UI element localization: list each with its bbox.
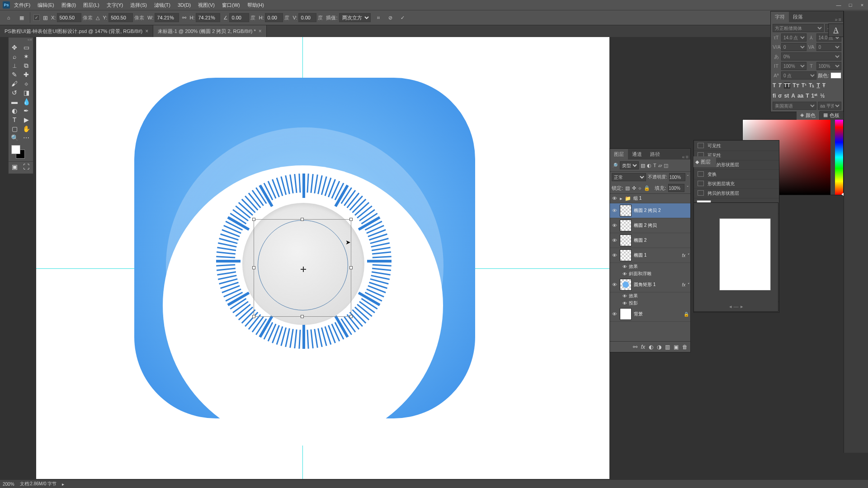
bold-icon[interactable]: T: [773, 82, 776, 89]
dodge-tool[interactable]: ◐: [9, 106, 20, 115]
close-icon[interactable]: ×: [259, 28, 262, 34]
menu-type[interactable]: 文字(Y): [104, 0, 127, 10]
vscale-input[interactable]: 100%: [781, 62, 807, 70]
hand-tool[interactable]: ✋: [20, 124, 32, 133]
menu-image[interactable]: 图像(I): [58, 0, 79, 10]
panel-menu-icon[interactable]: ≡: [839, 17, 841, 22]
layer-effect-item[interactable]: 👁斜面和浮雕: [610, 270, 690, 277]
history-step[interactable]: 变换: [694, 170, 779, 179]
lock-position-icon[interactable]: ✜: [632, 185, 636, 191]
group-icon[interactable]: ▥: [665, 344, 670, 350]
tracking-input[interactable]: 0: [816, 43, 842, 51]
filter-smart-icon[interactable]: ◫: [664, 163, 668, 169]
transform-handle-se[interactable]: [349, 315, 353, 318]
tab-layers[interactable]: 图层: [610, 149, 628, 160]
layer-item[interactable]: 👁椭圆 1fx ˅: [610, 248, 690, 263]
italic-icon[interactable]: T: [778, 82, 781, 89]
layer-thumbnail[interactable]: [620, 308, 632, 320]
window-minimize[interactable]: —: [833, 0, 844, 10]
filter-search-icon[interactable]: 🔎: [612, 163, 618, 169]
menu-file[interactable]: 文件(F): [11, 0, 33, 10]
type-tool[interactable]: T: [9, 115, 20, 124]
opacity-chevron-icon[interactable]: ˇ: [687, 175, 689, 180]
layer-thumbnail[interactable]: [620, 279, 632, 291]
kerning-input[interactable]: 0: [781, 43, 807, 51]
link-wh-icon[interactable]: ⚯: [182, 15, 186, 21]
h-input[interactable]: [196, 13, 220, 22]
magic-wand-tool[interactable]: ✶: [20, 52, 32, 61]
quickmask-tool[interactable]: ▣: [9, 162, 20, 172]
ad-icon[interactable]: aa: [797, 93, 803, 99]
lang-select[interactable]: 美国英语: [773, 102, 816, 110]
y-input[interactable]: [108, 13, 133, 22]
tab-swatches[interactable]: 色板: [830, 112, 840, 119]
nav-left-icon[interactable]: ◂: [729, 304, 732, 310]
status-chevron-icon[interactable]: ▸: [62, 482, 64, 487]
font-family-select[interactable]: 方正粗倩简体: [773, 24, 824, 32]
1st-icon[interactable]: 1ˢᵗ: [811, 93, 818, 99]
visibility-toggle[interactable]: 👁: [611, 223, 618, 228]
swap-xy-icon[interactable]: △: [96, 15, 99, 21]
fill-chevron-icon[interactable]: ˇ: [687, 185, 689, 191]
fi-icon[interactable]: fi: [773, 93, 776, 99]
collapsed-a-icon[interactable]: A: [833, 26, 839, 34]
tab-paragraph[interactable]: 段落: [789, 12, 807, 22]
tool-preset-icon[interactable]: ▦: [17, 13, 27, 23]
brush-tool[interactable]: 🖌: [9, 79, 20, 88]
healing-tool[interactable]: ✚: [20, 70, 32, 79]
group-disclosure-icon[interactable]: ▸: [620, 196, 623, 202]
navigator-thumbnail[interactable]: [719, 218, 771, 291]
reference-point-toggle[interactable]: ✓: [33, 14, 40, 21]
panel-close-icon[interactable]: ×: [30, 38, 32, 43]
transform-handle-n[interactable]: [301, 218, 304, 221]
smallcaps-icon[interactable]: Tᴛ: [793, 82, 799, 89]
window-close[interactable]: ×: [856, 0, 868, 10]
filter-type-icon[interactable]: T: [653, 163, 656, 168]
layer-effect-item[interactable]: 👁效果: [610, 263, 690, 270]
menu-select[interactable]: 选择(S): [127, 0, 150, 10]
font-size-input[interactable]: 14.0 点: [781, 33, 807, 42]
new-layer-icon[interactable]: ▣: [674, 344, 679, 350]
visibility-toggle[interactable]: 👁: [611, 253, 618, 258]
path-select-tool[interactable]: ▶: [20, 115, 32, 124]
menu-view[interactable]: 视图(V): [195, 0, 218, 10]
menu-window[interactable]: 窗口(W): [219, 0, 243, 10]
shape-tool[interactable]: ▢: [9, 124, 20, 133]
delete-layer-icon[interactable]: 🗑: [682, 344, 688, 350]
doc-tab-2[interactable]: 未标题-1 @ 200% (椭圆 2 拷贝 2, RGB/8#) * ×: [153, 25, 267, 37]
layer-fx-badge[interactable]: fx ˅: [682, 282, 689, 287]
transform-center-marker[interactable]: [301, 267, 306, 272]
visibility-toggle[interactable]: 👁: [611, 282, 618, 287]
visibility-toggle[interactable]: 👁: [623, 272, 627, 277]
home-icon[interactable]: ⌂: [4, 13, 14, 23]
clone-tool[interactable]: ⟐: [20, 79, 32, 88]
menu-help[interactable]: 帮助(H): [244, 0, 267, 10]
nav-right-icon[interactable]: ▸: [741, 304, 743, 310]
st-icon[interactable]: st: [784, 93, 789, 99]
aa-select[interactable]: aa 平滑: [818, 102, 841, 110]
screenmode-tool[interactable]: ⛶: [20, 162, 32, 172]
warp-icon[interactable]: ⌗: [374, 13, 383, 22]
visibility-toggle[interactable]: 👁: [611, 311, 618, 317]
vskew-input[interactable]: [298, 13, 316, 22]
panel-collapse-icon[interactable]: «: [682, 154, 684, 160]
tab-channels[interactable]: 通道: [628, 149, 646, 160]
lock-all-icon[interactable]: 🔒: [644, 185, 650, 191]
layer-name[interactable]: 组 1: [633, 195, 689, 202]
text-color-swatch[interactable]: [830, 72, 841, 79]
layer-effect-item[interactable]: 👁投影: [610, 300, 690, 307]
layer-item[interactable]: 👁圆角矩形 1fx ˅: [610, 277, 690, 292]
underline-icon[interactable]: T: [816, 82, 820, 89]
visibility-toggle[interactable]: 👁: [623, 264, 627, 269]
layer-thumbnail[interactable]: [620, 235, 632, 246]
layer-name[interactable]: 椭圆 1: [634, 252, 679, 258]
edit-toolbar[interactable]: ⋯: [20, 133, 32, 142]
allcaps-icon[interactable]: TT: [784, 82, 791, 89]
angle-input[interactable]: [229, 13, 249, 22]
blur-tool[interactable]: 💧: [20, 97, 32, 106]
lasso-tool[interactable]: ⌕: [9, 52, 20, 61]
nav-menu-icon[interactable]: —: [734, 304, 739, 310]
filter-pixel-icon[interactable]: ▧: [641, 163, 645, 169]
layer-name[interactable]: 椭圆 2 拷贝: [634, 222, 689, 229]
layer-item[interactable]: 👁椭圆 2 拷贝: [610, 218, 690, 233]
